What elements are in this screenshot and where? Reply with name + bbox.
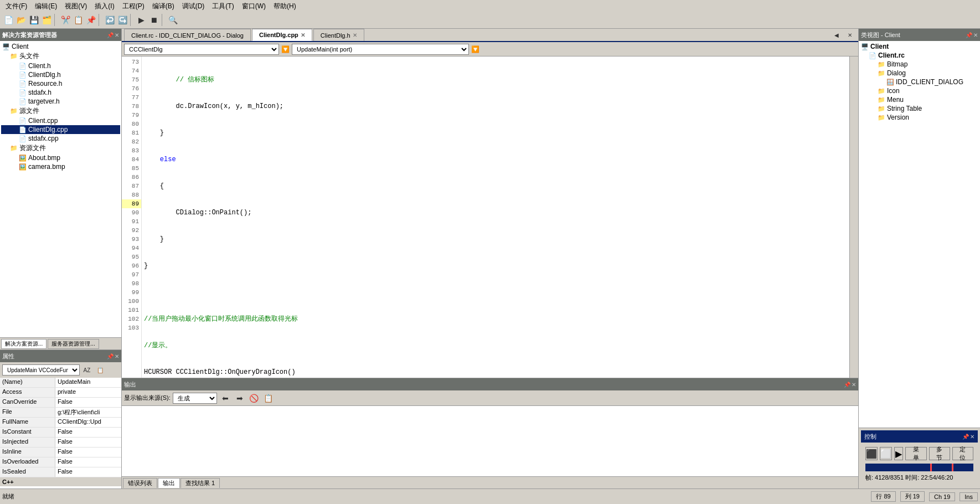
props-categorized-button[interactable]: 📋 <box>94 364 106 376</box>
output-clear-button[interactable]: 🚫 <box>248 392 260 404</box>
tab-nav-button[interactable]: ◀ <box>831 29 843 41</box>
tree-item-clientdlg-h[interactable]: 📄 ClientDlg.h <box>1 70 120 79</box>
control-btn-multi[interactable]: 多节 <box>929 447 950 460</box>
menu-insert[interactable]: 插入(I) <box>91 1 117 12</box>
cv-folder-menu[interactable]: 📁 Menu <box>860 95 979 104</box>
cv-idd-icon: 🪟 <box>886 79 894 86</box>
tree-item-clientdlg-cpp[interactable]: 📄 ClientDlg.cpp <box>1 125 120 134</box>
save-button[interactable]: 💾 <box>28 14 40 26</box>
line-num-79: 79 <box>122 111 141 120</box>
tree-item-client-h[interactable]: 📄 Client.h <box>1 61 120 70</box>
cv-folder-string-table[interactable]: 📁 String Table <box>860 104 979 113</box>
tab-clientdlg-h-close-icon[interactable]: ✕ <box>353 32 357 38</box>
props-function-selector[interactable]: UpdateMain VCCodeFunction <box>2 364 80 376</box>
pin-icon-3[interactable]: 📌 <box>844 382 850 388</box>
close-icon-3[interactable]: ✕ <box>852 382 856 388</box>
slider-marker-1 <box>930 464 932 471</box>
control-btn-2[interactable]: ⬜ <box>880 447 892 460</box>
menu-file[interactable]: 文件(F) <box>2 1 30 12</box>
menu-edit[interactable]: 编辑(E) <box>32 1 60 12</box>
menu-debug[interactable]: 调试(D) <box>179 1 208 12</box>
new-button[interactable]: 📄 <box>2 14 14 26</box>
menu-view[interactable]: 视图(V) <box>61 1 90 12</box>
tree-item-stdafx-h[interactable]: 📄 stdafx.h <box>1 88 120 97</box>
cut-button[interactable]: ✂️ <box>59 14 71 26</box>
cv-item-client-rc[interactable]: 📄 Client.rc <box>860 51 979 60</box>
class-selector[interactable]: CCClientDlg <box>124 44 279 55</box>
close-icon-2[interactable]: ✕ <box>115 353 119 359</box>
tab-solution-explorer[interactable]: 解决方案资源... <box>1 339 47 349</box>
output-prev-button[interactable]: ⬅ <box>219 392 231 404</box>
editor-scrollbar-v[interactable] <box>849 56 858 378</box>
output-next-button[interactable]: ➡ <box>234 392 246 404</box>
pin-icon-4[interactable]: 📌 <box>966 32 972 38</box>
tree-folder-source[interactable]: 📁 源文件 <box>1 106 120 116</box>
props-alphabetical-button[interactable]: AZ <box>81 364 93 376</box>
pin-icon-5[interactable]: 📌 <box>962 434 969 440</box>
pin-icon[interactable]: 📌 <box>107 32 114 38</box>
tree-root-client[interactable]: 🖥️ Client <box>1 42 120 51</box>
code-content[interactable]: // 信标图标 dc.DrawIcon(x, y, m_hIcon); } el… <box>142 56 849 378</box>
tab-clientdlg-close-icon[interactable]: ✕ <box>301 32 305 38</box>
tree-item-client-cpp[interactable]: 📄 Client.cpp <box>1 116 120 125</box>
output-copy-button[interactable]: 📋 <box>262 392 275 404</box>
cv-folder-icon[interactable]: 📁 Icon <box>860 86 979 95</box>
line-num-82: 82 <box>122 137 141 146</box>
tab-close-all-button[interactable]: ✕ <box>844 29 856 41</box>
save-all-button[interactable]: 🗂️ <box>40 14 53 26</box>
control-btn-1[interactable]: ⬛ <box>865 447 878 460</box>
cv-root-client[interactable]: 🖥️ Client <box>860 42 979 51</box>
menu-window[interactable]: 窗口(W) <box>239 1 269 12</box>
close-icon-5[interactable]: ✕ <box>970 434 974 440</box>
control-slider[interactable] <box>865 464 973 471</box>
file-icon-8: 📄 <box>19 135 27 142</box>
undo-button[interactable]: ↩️ <box>104 14 116 26</box>
folder-resource-label: 资源文件 <box>19 143 46 153</box>
method-selector[interactable]: UpdateMain(int port) <box>292 44 469 55</box>
tab-find-results[interactable]: 查找结果 1 <box>180 478 220 488</box>
tree-item-stdafx-cpp[interactable]: 📄 stdafx.cpp <box>1 134 120 143</box>
tab-clientdlg-cpp-label: ClientDlg.cpp <box>259 32 298 38</box>
tab-clientdlg-h[interactable]: ClientDlg.h ✕ <box>313 29 364 41</box>
tab-error-list[interactable]: 错误列表 <box>123 478 157 488</box>
tree-folder-headers[interactable]: 📁 头文件 <box>1 51 120 61</box>
tree-item-camera-bmp[interactable]: 🖼️ camera.bmp <box>1 162 120 171</box>
control-btn-3[interactable]: ▶ <box>894 447 903 460</box>
code-editor[interactable]: 73 74 75 76 77 78 79 80 81 82 83 84 85 8… <box>122 56 858 378</box>
tab-clientdlg-cpp[interactable]: ClientDlg.cpp ✕ <box>252 29 312 41</box>
tree-item-resource-h[interactable]: 📄 Resource.h <box>1 79 120 88</box>
close-icon[interactable]: ✕ <box>115 32 119 38</box>
file-icon-5: 📄 <box>19 98 27 105</box>
debug-button[interactable]: 🔍 <box>167 14 179 26</box>
cv-folder-bitmap[interactable]: 📁 Bitmap <box>860 60 979 69</box>
tab-server-explorer[interactable]: 服务器资源管理... <box>48 339 99 349</box>
build-button[interactable]: ▶ <box>135 14 147 26</box>
toolbar-separator-3 <box>130 14 133 26</box>
copy-button[interactable]: 📋 <box>72 14 84 26</box>
tree-item-targetver-h[interactable]: 📄 targetver.h <box>1 97 120 106</box>
tree-folder-resource[interactable]: 📁 资源文件 <box>1 143 120 153</box>
cv-folder-version[interactable]: 📁 Version <box>860 113 979 122</box>
tab-output[interactable]: 输出 <box>158 478 180 488</box>
line-num-91: 91 <box>122 217 141 226</box>
control-btn-locate[interactable]: 定位 <box>952 447 973 460</box>
cv-icon-folder-label: Icon <box>887 87 900 95</box>
control-btn-menu[interactable]: 菜单 <box>905 447 926 460</box>
stop-button[interactable]: ⏹ <box>148 14 160 26</box>
cv-folder-dialog[interactable]: 📁 Dialog <box>860 69 979 78</box>
menu-help[interactable]: 帮助(H) <box>270 1 300 12</box>
tab-client-rc[interactable]: Client.rc - IDD_CLIENT_DIALOG - Dialog <box>124 29 251 41</box>
close-icon-4[interactable]: ✕ <box>973 32 978 38</box>
pin-icon-2[interactable]: 📌 <box>107 353 114 359</box>
open-button[interactable]: 📂 <box>15 14 27 26</box>
output-source-selector[interactable]: 生成 <box>173 393 217 404</box>
menu-tools[interactable]: 工具(T) <box>209 1 237 12</box>
code-line-74: dc.DrawIcon(x, y, m_hIcon); <box>144 102 847 111</box>
props-header-icons: 📌 ✕ <box>107 353 119 359</box>
menu-project[interactable]: 工程(P) <box>119 1 148 12</box>
paste-button[interactable]: 📌 <box>85 14 97 26</box>
tree-item-about-bmp[interactable]: 🖼️ About.bmp <box>1 153 120 162</box>
cv-item-idd-client[interactable]: 🪟 IDD_CLIENT_DIALOG <box>860 78 979 86</box>
menu-build[interactable]: 编译(B) <box>149 1 178 12</box>
redo-button[interactable]: ↪️ <box>116 14 128 26</box>
